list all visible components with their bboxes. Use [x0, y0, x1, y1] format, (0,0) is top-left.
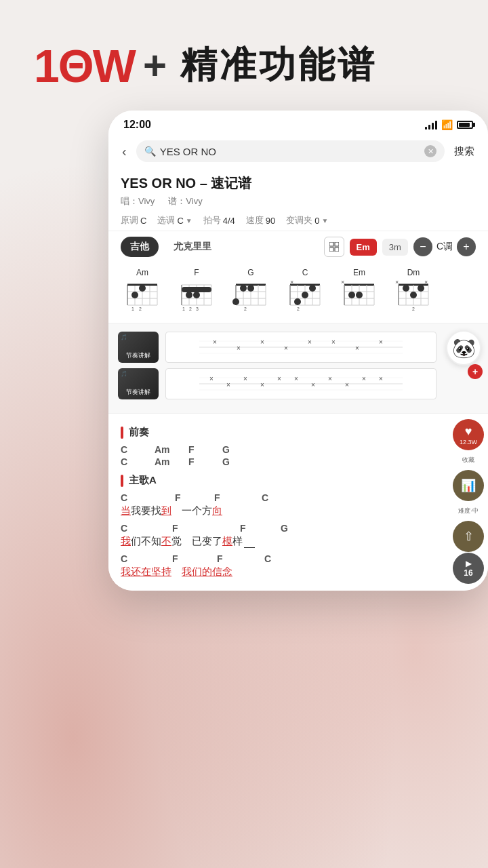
svg-text:×: ×	[294, 375, 298, 382]
like-label: 收藏	[462, 456, 474, 465]
brand-logo: 1ΘW	[34, 43, 135, 89]
like-button[interactable]: ♥ 12.3W	[453, 419, 484, 450]
tone-plus-button[interactable]: +	[457, 237, 476, 256]
svg-text:2: 2	[412, 307, 415, 311]
svg-text:×: ×	[395, 279, 399, 285]
chord-grid-button[interactable]	[324, 237, 344, 257]
instrument-tab-ukulele[interactable]: 尤克里里	[164, 237, 221, 257]
chord-dm[interactable]: Dm × × 2	[389, 268, 438, 315]
verse-lyric-line-1: 当 我要找 到 一个方 向	[121, 505, 441, 517]
like-icon: ♥	[465, 425, 472, 439]
chord-am-diagram: 1 2	[122, 279, 163, 315]
chord-c[interactable]: C × 2	[281, 268, 329, 315]
top-banner: 1ΘW + 精准功能谱	[0, 0, 488, 111]
strum-svg-1: × × × × × × × ×	[169, 334, 433, 360]
strum-thumb-1[interactable]: 🎵 节奏讲解	[118, 332, 159, 363]
strumming-section: 🐼 + 🎵 节奏讲解 × × × × × ×	[108, 323, 488, 414]
chord-size-button[interactable]: 3m	[382, 239, 408, 256]
selected-key-setting[interactable]: 选调 C ▼	[157, 214, 192, 226]
svg-text:2: 2	[297, 307, 300, 311]
chord-g[interactable]: G 2	[226, 268, 275, 315]
right-controls: Em 3m − C调 +	[324, 237, 476, 257]
difficulty-label: 难度·中	[458, 507, 479, 515]
speed-control: ▶ 16	[453, 553, 484, 584]
prelude-chord-line-2: C Am F G	[121, 456, 441, 467]
chord-em[interactable]: Em ×	[335, 268, 384, 315]
search-input-wrap[interactable]: 🔍 YES OR NO ✕	[136, 140, 445, 162]
search-icon: 🔍	[144, 146, 156, 157]
original-key-setting: 原调 C	[121, 214, 146, 226]
chord-f[interactable]: F 1 2 3	[172, 268, 221, 315]
verse-chord-line-2: C F F G	[121, 523, 441, 534]
svg-rect-2	[329, 248, 333, 252]
panda-plus-button[interactable]: +	[468, 364, 483, 379]
svg-point-28	[186, 292, 192, 298]
tone-controls: − C调 +	[413, 237, 476, 256]
search-submit-button[interactable]: 搜索	[450, 142, 479, 161]
svg-text:×: ×	[308, 338, 312, 346]
svg-text:2: 2	[189, 307, 192, 311]
beat-setting: 拍号 4/4	[203, 214, 235, 226]
strum-pattern-1: × × × × × × × ×	[165, 332, 436, 363]
chord-mode-em-button[interactable]: Em	[350, 239, 377, 256]
status-time: 12:00	[123, 119, 151, 131]
verse-chord-line-3: C F F C	[121, 553, 441, 564]
chord-c-diagram: × 2	[285, 279, 325, 315]
svg-text:×: ×	[362, 375, 366, 382]
share-button[interactable]: ⇧	[453, 521, 484, 552]
panda-avatar[interactable]: 🐼	[446, 330, 481, 366]
svg-rect-3	[335, 248, 339, 252]
tone-minus-button[interactable]: −	[413, 237, 432, 256]
song-singer: 唱：Vivy	[121, 195, 155, 208]
key-dropdown-arrow: ▼	[186, 217, 192, 224]
difficulty-button[interactable]: 📊	[453, 470, 484, 501]
tone-label: C调	[436, 241, 453, 253]
song-title-area: YES OR NO – 速记谱 唱：Vivy 谱：Vivy	[108, 167, 488, 210]
instrument-row: 吉他 尤克里里 Em 3m − C调 +	[108, 231, 488, 262]
chord-g-diagram: 2	[230, 279, 271, 315]
instrument-tab-guitar[interactable]: 吉他	[121, 237, 159, 257]
verse-chord-line-1: C F F C	[121, 492, 441, 503]
svg-text:×: ×	[328, 375, 332, 382]
speed-play-button[interactable]: ▶ 16	[453, 553, 484, 584]
svg-text:×: ×	[237, 344, 241, 352]
strum-item-2: 🎵 节奏讲解 × × × × × × × × × ×	[118, 368, 479, 399]
svg-point-42	[240, 285, 247, 292]
back-button[interactable]: ‹	[118, 141, 131, 162]
phone-frame: 12:00 📶 ‹ 🔍 YES OR NO ✕ 搜索 YES OR NO – 速…	[108, 111, 488, 591]
settings-row: 原调 C 选调 C ▼ 拍号 4/4 速度 90 变调夹 0 ▼	[108, 210, 488, 231]
capo-setting[interactable]: 变调夹 0 ▼	[286, 214, 328, 226]
verse-lyric-line-3: 我还在坚持 我们的信念	[121, 566, 441, 578]
chord-em-diagram: ×	[339, 279, 380, 315]
search-query-text: YES OR NO	[160, 146, 420, 157]
section-bar-versea	[121, 475, 123, 487]
chord-am[interactable]: Am 1 2	[118, 268, 167, 315]
status-bar: 12:00 📶	[108, 111, 488, 136]
section-versea-name: 主歌A	[129, 474, 157, 487]
svg-point-70	[348, 292, 355, 298]
strum-svg-2: × × × × × × × × × × ×	[169, 371, 433, 397]
right-action-panel: ♥ 12.3W 收藏 📊 难度·中 ⇧ 分享	[449, 414, 488, 574]
strum-thumb-2[interactable]: 🎵 节奏讲解	[118, 368, 159, 399]
svg-point-83	[403, 285, 409, 292]
share-icon: ⇧	[464, 529, 474, 544]
search-clear-button[interactable]: ✕	[424, 145, 436, 157]
svg-point-71	[356, 292, 363, 298]
verse-lyric-line-2: 我 们不知 不 觉 已变了 模 样	[121, 535, 441, 548]
svg-text:2: 2	[139, 307, 142, 311]
song-meta: 唱：Vivy 谱：Vivy	[121, 195, 476, 208]
svg-text:×: ×	[284, 344, 288, 352]
svg-text:×: ×	[355, 344, 359, 352]
section-prelude-header: 前奏	[121, 426, 441, 439]
svg-text:×: ×	[260, 338, 264, 346]
svg-text:×: ×	[379, 375, 383, 382]
svg-text:2: 2	[244, 307, 247, 311]
search-row: ‹ 🔍 YES OR NO ✕ 搜索	[108, 136, 488, 167]
sheet-area: ♥ 12.3W 收藏 📊 难度·中 ⇧ 分享 前奏 C Am F G C	[108, 414, 488, 591]
svg-point-29	[193, 292, 200, 298]
speed-value: 16	[464, 568, 472, 578]
chord-f-diagram: 1 2 3	[176, 279, 217, 315]
svg-text:1: 1	[131, 307, 134, 311]
tempo-setting: 速度 90	[246, 214, 275, 226]
svg-rect-1	[335, 242, 339, 246]
